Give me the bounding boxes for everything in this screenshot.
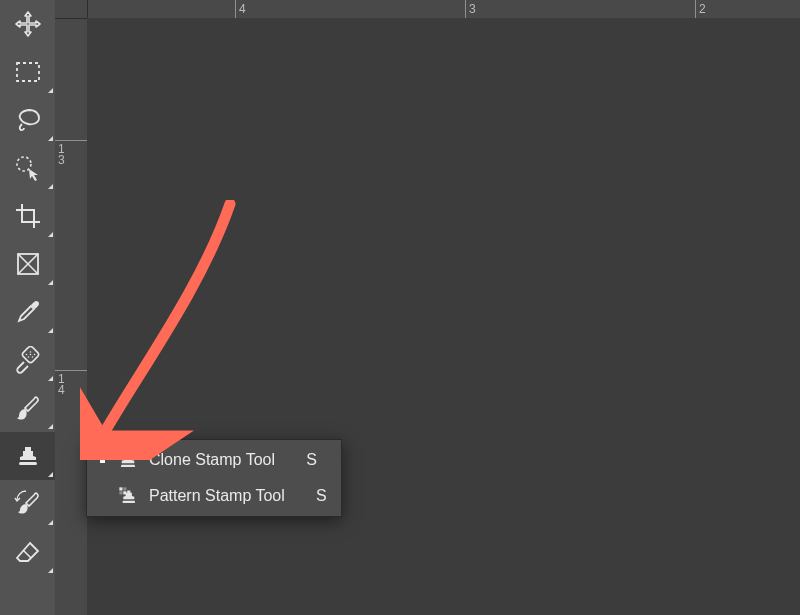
marquee-icon <box>15 61 41 83</box>
svg-rect-12 <box>19 462 37 465</box>
ruler-vertical[interactable]: 13 14 <box>55 0 88 615</box>
clone-stamp-icon <box>115 449 141 471</box>
svg-rect-15 <box>123 487 126 490</box>
brush-icon <box>14 394 42 422</box>
frame-icon <box>15 251 41 277</box>
ruler-v-label: 13 <box>58 144 66 166</box>
flyout-item-pattern-stamp[interactable]: Pattern Stamp Tool S <box>87 478 341 514</box>
move-tool[interactable] <box>0 0 56 48</box>
spot-healing-brush-tool[interactable] <box>0 336 56 384</box>
crop-tool[interactable] <box>0 192 56 240</box>
svg-point-6 <box>26 354 28 356</box>
svg-rect-18 <box>123 501 136 503</box>
history-brush-icon <box>13 489 43 519</box>
svg-point-11 <box>30 351 32 353</box>
clone-stamp-tool[interactable] <box>0 432 56 480</box>
svg-rect-0 <box>17 63 39 81</box>
flyout-item-label: Pattern Stamp Tool <box>149 487 285 505</box>
eraser-tool[interactable] <box>0 528 56 576</box>
svg-point-10 <box>32 356 34 358</box>
flyout-item-shortcut: S <box>313 487 327 505</box>
active-tool-indicator <box>97 458 107 463</box>
eyedropper-tool[interactable] <box>0 288 56 336</box>
move-icon <box>14 10 42 38</box>
ruler-h-label: 3 <box>469 2 476 16</box>
svg-point-1 <box>17 157 31 171</box>
toolbar <box>0 0 56 615</box>
stamp-tool-flyout: Clone Stamp Tool S Pattern Stamp Tool S <box>86 439 342 517</box>
canvas[interactable] <box>87 18 800 615</box>
clone-stamp-icon <box>14 442 42 470</box>
flyout-item-shortcut: S <box>303 451 317 469</box>
svg-point-7 <box>30 354 32 356</box>
ruler-h-label: 4 <box>239 2 246 16</box>
ruler-origin[interactable] <box>55 0 88 19</box>
ruler-horizontal[interactable]: 4 3 2 <box>55 0 800 19</box>
flyout-item-clone-stamp[interactable]: Clone Stamp Tool S <box>87 442 341 478</box>
history-brush-tool[interactable] <box>0 480 56 528</box>
quick-selection-icon <box>13 153 43 183</box>
ruler-v-label: 14 <box>58 374 66 396</box>
svg-rect-16 <box>119 491 122 494</box>
svg-rect-14 <box>119 487 122 490</box>
healing-brush-icon <box>14 346 42 374</box>
lasso-tool[interactable] <box>0 96 56 144</box>
lasso-icon <box>14 106 42 134</box>
svg-rect-13 <box>121 465 135 467</box>
ruler-h-label: 2 <box>699 2 706 16</box>
brush-tool[interactable] <box>0 384 56 432</box>
svg-point-9 <box>28 356 30 358</box>
frame-tool[interactable] <box>0 240 56 288</box>
crop-icon <box>14 202 42 230</box>
flyout-item-label: Clone Stamp Tool <box>149 451 275 469</box>
pattern-stamp-icon <box>115 485 141 507</box>
svg-point-8 <box>34 354 36 356</box>
rectangular-marquee-tool[interactable] <box>0 48 56 96</box>
eraser-icon <box>14 538 42 566</box>
quick-selection-tool[interactable] <box>0 144 56 192</box>
eyedropper-icon <box>14 298 42 326</box>
